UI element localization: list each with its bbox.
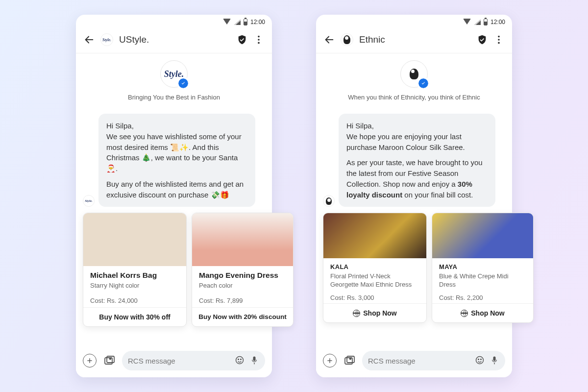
product-title: Michael Korrs Bag bbox=[90, 271, 179, 280]
message-input-bar: RCS message bbox=[76, 345, 272, 377]
product-card[interactable]: Michael Korrs Bag Starry Night color Cos… bbox=[83, 213, 187, 327]
product-image bbox=[192, 213, 293, 266]
product-subtitle: Blue & White Crepe Midi Dress bbox=[439, 272, 526, 289]
rcs-message-input[interactable]: RCS message bbox=[122, 351, 265, 370]
message-bubble: Hi Silpa, We hope you are enjoying your … bbox=[339, 114, 495, 207]
gallery-button[interactable] bbox=[102, 354, 116, 368]
message-avatar bbox=[323, 195, 335, 207]
svg-rect-12 bbox=[253, 356, 256, 361]
svg-point-1 bbox=[258, 36, 260, 38]
back-button[interactable] bbox=[324, 34, 335, 45]
verified-shield-icon[interactable] bbox=[237, 34, 247, 45]
chat-header: Style. UStyle. bbox=[76, 27, 272, 53]
product-action-label: Buy Now with 30% off bbox=[99, 313, 170, 321]
chat-title: UStyle. bbox=[119, 34, 231, 45]
card-carousel[interactable]: Michael Korrs Bag Starry Night color Cos… bbox=[76, 207, 272, 327]
emoji-icon[interactable] bbox=[235, 355, 245, 367]
product-card[interactable]: Mango Evening Dress Peach color Cost: Rs… bbox=[192, 213, 294, 327]
product-card[interactable]: KALA Floral Printed V-Neck Georgette Max… bbox=[323, 213, 427, 323]
product-cost: Cost: Rs. 7,899 bbox=[199, 297, 286, 304]
phone-ustyle: 12:00 Style. UStyle. Style. Bringing You… bbox=[76, 15, 272, 377]
input-placeholder: RCS message bbox=[128, 357, 230, 365]
battery-icon bbox=[484, 19, 488, 25]
product-action-button[interactable]: Shop Now bbox=[323, 303, 426, 322]
rcs-message-input[interactable]: RCS message bbox=[362, 351, 505, 370]
brand-tagline: When you think of Ethnicity, you think o… bbox=[321, 94, 507, 101]
product-action-label: Shop Now bbox=[363, 309, 396, 317]
ethnic-logo-icon bbox=[410, 69, 418, 79]
overflow-menu-button[interactable] bbox=[253, 34, 264, 45]
signal-icon bbox=[234, 19, 241, 25]
svg-point-24 bbox=[481, 359, 482, 360]
svg-point-14 bbox=[498, 36, 500, 38]
product-subtitle: Floral Printed V-Neck Georgette Maxi Eth… bbox=[330, 272, 419, 289]
plus-button[interactable] bbox=[323, 354, 337, 368]
status-bar: 12:00 bbox=[76, 15, 272, 27]
globe-icon bbox=[353, 310, 360, 317]
plus-button[interactable] bbox=[83, 354, 97, 368]
msg-line-1: We hope you are enjoying your last purch… bbox=[346, 132, 465, 151]
svg-point-2 bbox=[258, 39, 260, 41]
message-avatar: Style. bbox=[83, 195, 95, 207]
globe-icon bbox=[461, 310, 468, 317]
product-action-button[interactable]: Buy Now with 30% off bbox=[83, 307, 186, 326]
svg-point-23 bbox=[478, 359, 479, 360]
product-action-label: Buy Now with 20% discount bbox=[198, 313, 286, 320]
brand-avatar bbox=[341, 33, 353, 46]
verified-shield-icon[interactable] bbox=[477, 34, 488, 45]
product-card[interactable]: MAYA Blue & White Crepe Midi Dress Cost:… bbox=[432, 213, 534, 323]
product-subtitle: Peach color bbox=[199, 282, 286, 290]
brand-avatar: Style. bbox=[100, 33, 113, 46]
chat-title: Ethnic bbox=[359, 34, 471, 45]
msg-line-1: We see you have wishlisted some of your … bbox=[106, 132, 242, 172]
product-action-label: Shop Now bbox=[471, 309, 504, 317]
product-cost: Cost: Rs. 3,000 bbox=[330, 294, 419, 301]
product-image bbox=[83, 213, 186, 266]
msg-line-2: As per your taste, we have brought to yo… bbox=[346, 157, 488, 200]
emoji-icon[interactable] bbox=[475, 355, 485, 367]
input-placeholder: RCS message bbox=[368, 357, 470, 365]
overflow-menu-button[interactable] bbox=[493, 34, 504, 45]
product-action-button[interactable]: Buy Now with 20% discount bbox=[192, 307, 293, 326]
chat-header: Ethnic bbox=[316, 27, 512, 53]
signal-icon bbox=[474, 19, 481, 25]
wifi-icon bbox=[463, 19, 471, 24]
mic-icon[interactable] bbox=[490, 355, 499, 367]
product-title: Mango Evening Dress bbox=[199, 271, 286, 280]
verified-badge-icon bbox=[418, 78, 428, 88]
product-action-button[interactable]: Shop Now bbox=[432, 303, 533, 322]
brand-logo bbox=[400, 60, 428, 88]
msg-greeting: Hi Silpa, bbox=[106, 122, 134, 130]
svg-point-8 bbox=[110, 358, 111, 360]
svg-point-11 bbox=[241, 359, 242, 360]
back-button[interactable] bbox=[84, 34, 95, 45]
message-input-bar: RCS message bbox=[316, 345, 512, 377]
card-carousel[interactable]: KALA Floral Printed V-Neck Georgette Max… bbox=[316, 207, 512, 323]
svg-point-22 bbox=[476, 356, 484, 364]
product-subtitle: Starry Night color bbox=[90, 282, 179, 290]
svg-point-10 bbox=[238, 359, 239, 360]
brand-logo: Style. bbox=[160, 60, 188, 88]
svg-point-16 bbox=[498, 42, 500, 44]
svg-point-15 bbox=[498, 39, 500, 41]
product-cost: Cost: Rs. 24,000 bbox=[90, 297, 179, 304]
product-image bbox=[432, 213, 533, 258]
product-image bbox=[323, 213, 426, 258]
brand-logo-text: Style. bbox=[164, 69, 184, 79]
msg-line-2: Buy any of the wishlisted items and get … bbox=[106, 179, 247, 200]
message-row: Style. Hi Silpa, We see you have wishlis… bbox=[76, 105, 272, 207]
status-time: 12:00 bbox=[250, 19, 265, 25]
gallery-button[interactable] bbox=[343, 354, 356, 368]
brand-hero: When you think of Ethnicity, you think o… bbox=[316, 53, 512, 105]
brand-tagline: Bringing You the Best in Fashion bbox=[81, 94, 267, 101]
battery-icon bbox=[244, 19, 247, 25]
wifi-icon bbox=[223, 19, 231, 24]
svg-rect-25 bbox=[493, 356, 496, 361]
mic-icon[interactable] bbox=[249, 355, 259, 367]
phone-ethnic: 12:00 Ethnic When you think of Ethnicity… bbox=[316, 15, 512, 377]
status-bar: 12:00 bbox=[316, 15, 512, 27]
svg-point-9 bbox=[236, 356, 244, 364]
status-time: 12:00 bbox=[490, 19, 505, 25]
svg-point-3 bbox=[258, 42, 260, 44]
brand-hero: Style. Bringing You the Best in Fashion bbox=[76, 53, 272, 105]
